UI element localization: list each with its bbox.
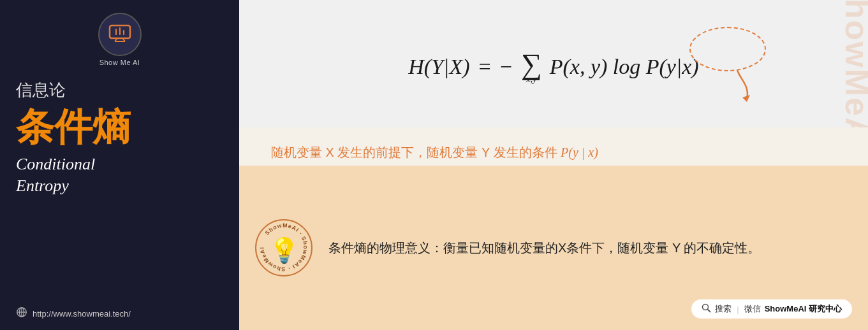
main-title: 条件熵 (16, 106, 223, 148)
badge-wechat-text: 微信 (744, 303, 761, 315)
description-text: 随机变量 X 发生的前提下，随机变量 Y 发生的条件 P(y | x) (271, 144, 598, 161)
category-label: 信息论 (16, 79, 223, 101)
showmeai-circle: ShowMeAI · ShowMeAI · ShowMeAI 💡 (255, 219, 313, 276)
search-icon (702, 303, 711, 315)
main-content: H(Y|X) = − ∑ x,y P(x, y) log P(y|x) Show… (239, 0, 868, 330)
badge-search-text: 搜索 (715, 303, 732, 315)
logo-area: Show Me AI (16, 13, 223, 66)
formula-display: H(Y|X) = − ∑ x,y P(x, y) log P(y|x) (408, 50, 698, 84)
website-url: http://www.showmeai.tech/ (33, 309, 131, 319)
formula-section: H(Y|X) = − ∑ x,y P(x, y) log P(y|x) Show… (239, 0, 868, 127)
description-text-before: 随机变量 X 发生的前提下，随机变量 Y 发生的条件 (271, 145, 561, 159)
globe-icon (16, 306, 27, 320)
svg-text:ShowMeAI · ShowMeAI · ShowMeAI: ShowMeAI · ShowMeAI · ShowMeAI (259, 222, 309, 273)
formula-equals: = (479, 55, 491, 79)
description-math: P(y | x) (561, 145, 598, 159)
highlight-section: ShowMeAI · ShowMeAI · ShowMeAI 💡 条件熵的物理意… (239, 166, 868, 330)
formula-highlight-oval (689, 27, 766, 71)
sum-symbol: ∑ x,y (521, 50, 542, 84)
svg-marker-5 (742, 95, 750, 102)
formula-lhs: H(Y|X) (408, 55, 469, 79)
highlight-content: 条件熵的物理意义：衡量已知随机变量的X条件下，随机变量 Y 的不确定性。 (328, 240, 852, 257)
subtitle-line1: Conditional (16, 155, 95, 173)
sidebar: Show Me AI 信息论 条件熵 Conditional Entropy h… (0, 0, 239, 330)
svg-line-8 (708, 310, 710, 312)
sum-subscript: x,y (526, 75, 536, 84)
subtitle-line2: Entropy (16, 176, 69, 195)
circle-label: ShowMeAI · ShowMeAI · ShowMeAI (256, 219, 312, 276)
subtitle: Conditional Entropy (16, 154, 223, 197)
formula-minus: − (500, 55, 512, 79)
search-badge[interactable]: 搜索 | 微信 ShowMeAI 研究中心 (691, 299, 852, 319)
badge-divider: | (737, 305, 739, 314)
monitor-icon (108, 24, 131, 45)
brand-watermark: ShowMeAI (842, 0, 868, 127)
highlight-main-text: 条件熵的物理意义：衡量已知随机变量的X条件下，随机变量 Y 的不确定性。 (328, 240, 846, 257)
description-section: 随机变量 X 发生的前提下，随机变量 Y 发生的条件 P(y | x) (239, 127, 868, 166)
logo-text: Show Me AI (99, 59, 140, 66)
formula-body: P(x, y) log P(y|x) (550, 55, 699, 79)
logo-circle (98, 13, 142, 56)
website-row[interactable]: http://www.showmeai.tech/ (16, 306, 223, 320)
vertical-brand: ShowMeAI (842, 0, 868, 127)
formula-arrow (731, 67, 756, 106)
badge-bold-text: ShowMeAI 研究中心 (765, 303, 842, 315)
bulb-decoration: ShowMeAI · ShowMeAI · ShowMeAI 💡 (252, 216, 316, 280)
